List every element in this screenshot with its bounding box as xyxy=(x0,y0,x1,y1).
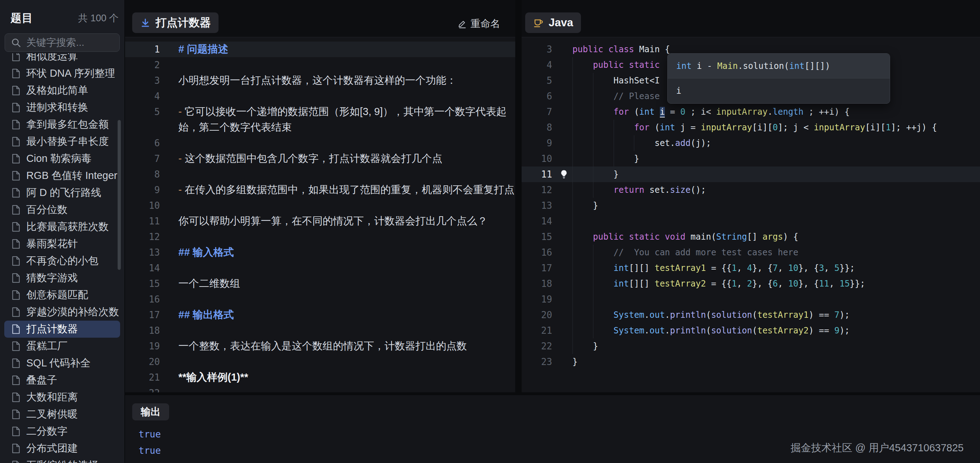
line-text: 一个二维数组 xyxy=(178,277,240,291)
output-tab[interactable]: 输出 xyxy=(132,403,169,420)
indent-guide xyxy=(614,151,614,166)
line-number: 17 xyxy=(125,309,160,320)
line-code: public class Main { xyxy=(573,44,670,54)
sidebar-item[interactable]: 二分数字 xyxy=(4,423,120,440)
sidebar-item[interactable]: 环状 DNA 序列整理 xyxy=(4,65,120,82)
indent-guide xyxy=(573,198,573,213)
sidebar-item-label: 二分数字 xyxy=(26,424,67,439)
code-line[interactable]: 10 } xyxy=(522,151,980,166)
code-line[interactable]: 15 public static void main(String[] args… xyxy=(522,229,980,245)
sidebar-item[interactable]: 大数和距离 xyxy=(4,389,120,406)
markdown-line[interactable]: 4 xyxy=(125,89,515,104)
sidebar-item[interactable]: 打点计数器 xyxy=(4,320,120,338)
line-code: } xyxy=(573,357,578,367)
line-number: 10 xyxy=(125,200,160,211)
code-line[interactable]: 12 return set.size(); xyxy=(522,182,980,198)
markdown-line[interactable]: 8 xyxy=(125,166,515,182)
line-number: 14 xyxy=(522,216,552,227)
markdown-line[interactable]: 6 xyxy=(125,135,515,151)
sidebar-item-label: 暴雨梨花针 xyxy=(26,237,78,251)
line-code: int[][] testArray2 = {{1, 2}, {6, 10}, {… xyxy=(573,279,865,289)
markdown-line[interactable]: 2 xyxy=(125,57,515,73)
code-line[interactable]: 11 } xyxy=(522,166,980,182)
sidebar-item[interactable]: 最小替换子串长度 xyxy=(4,133,120,150)
sidebar-item[interactable]: 比赛最高获胜次数 xyxy=(4,218,120,235)
code-line[interactable]: 7 for (int i = 0 ; i< inputArray.length … xyxy=(522,104,980,120)
problem-editor[interactable]: 1 # 问题描述 2 3 小明想发明一台打点计数器，这个计数器有这样的一个功能：… xyxy=(125,37,515,392)
code-line[interactable]: 9 set.add(j); xyxy=(522,135,980,151)
line-code: for (int j = inputArray[i][0]; j < input… xyxy=(573,122,937,132)
markdown-line[interactable]: 11 你可以帮助小明算一算，在不同的情况下，计数器会打出几个点么？ xyxy=(125,213,515,229)
problem-tab[interactable]: 打点计数器 xyxy=(132,13,218,33)
markdown-line[interactable]: 5 - 它可以接收一个递增的数据范围（形如[3, 9]），其中第一个数字代表起 xyxy=(125,104,515,120)
code-line[interactable]: 14 xyxy=(522,213,980,229)
code-line[interactable]: 18 int[][] testArray2 = {{1, 2}, {6, 10}… xyxy=(522,276,980,292)
line-number: 5 xyxy=(125,106,160,117)
markdown-line[interactable]: 12 xyxy=(125,229,515,245)
lightbulb-icon[interactable] xyxy=(558,169,569,180)
sidebar-item[interactable]: 穿越沙漠的补给次数 xyxy=(4,304,120,320)
markdown-line[interactable]: 16 xyxy=(125,292,515,307)
line-number: 7 xyxy=(125,154,160,164)
indent-guide xyxy=(593,104,593,120)
code-line[interactable]: 20 System.out.println(solution(testArray… xyxy=(522,307,980,323)
markdown-line[interactable]: 3 小明想发明一台打点计数器，这个计数器有这样的一个功能： xyxy=(125,73,515,89)
line-number: 12 xyxy=(125,232,160,242)
sidebar-item[interactable]: 蛋糕工厂 xyxy=(4,338,120,355)
markdown-line[interactable]: 始，第二个数字代表结束 xyxy=(125,120,515,135)
sidebar-item[interactable]: 五彩缤纷的选择 xyxy=(4,457,120,463)
markdown-line[interactable]: 7 - 这个数据范围中包含几个数字，打点计数器就会打几个点 xyxy=(125,151,515,166)
sidebar-scrollbar[interactable] xyxy=(118,120,121,270)
sidebar-item-label: Cion 勒索病毒 xyxy=(26,152,92,166)
sidebar-item[interactable]: 阿 D 的飞行路线 xyxy=(4,184,120,201)
markdown-line[interactable]: 15 一个二维数组 xyxy=(125,276,515,292)
line-code: } xyxy=(573,154,639,164)
sidebar-item[interactable]: 叠盘子 xyxy=(4,372,120,389)
code-line[interactable]: 23 } xyxy=(522,354,980,369)
sidebar-item[interactable]: 分布式团建 xyxy=(4,440,120,457)
markdown-line[interactable]: 22 xyxy=(125,385,515,392)
markdown-line[interactable]: 10 xyxy=(125,198,515,213)
sidebar-item-label: 拿到最多红包金额 xyxy=(26,117,109,132)
line-text: 始，第二个数字代表结束 xyxy=(178,121,292,135)
markdown-line[interactable]: 18 xyxy=(125,323,515,338)
indent-guide xyxy=(593,135,593,151)
line-text: # 问题描述 xyxy=(178,42,228,57)
search-box[interactable] xyxy=(5,33,120,52)
rename-button[interactable]: 重命名 xyxy=(458,17,500,30)
sidebar-item[interactable]: 不再贪心的小包 xyxy=(4,252,120,270)
sidebar-item[interactable]: 进制求和转换 xyxy=(4,99,120,116)
sidebar-item[interactable]: 暴雨梨花针 xyxy=(4,235,120,252)
markdown-line[interactable]: 13 ## 输入格式 xyxy=(125,245,515,260)
markdown-line[interactable]: 9 - 在传入的多组数据范围中，如果出现了范围的重复，机器则不会重复打点 xyxy=(125,182,515,198)
code-line[interactable]: 17 int[][] testArray1 = {{1, 4}, {7, 10}… xyxy=(522,260,980,276)
line-code: // Please xyxy=(573,91,660,101)
sidebar-item[interactable]: 二叉树供暖 xyxy=(4,406,120,423)
markdown-line[interactable]: 19 一个整数，表达在输入是这个数组的情况下，计数器打出的点数 xyxy=(125,338,515,354)
code-line[interactable]: 13 } xyxy=(522,198,980,213)
code-line[interactable]: 19 xyxy=(522,292,980,307)
sidebar-item-label: 不再贪心的小包 xyxy=(26,254,99,268)
document-icon xyxy=(12,307,20,317)
code-line[interactable]: 21 System.out.println(solution(testArray… xyxy=(522,323,980,338)
markdown-line[interactable]: 1 # 问题描述 xyxy=(125,41,515,57)
markdown-line[interactable]: 20 xyxy=(125,354,515,369)
code-line[interactable]: 22 } xyxy=(522,338,980,354)
code-line[interactable]: 16 // You can add more test cases here xyxy=(522,245,980,260)
sidebar-item[interactable]: 及格如此简单 xyxy=(4,82,120,99)
sidebar-item[interactable]: RGB 色值转 Integer xyxy=(4,167,120,184)
markdown-line[interactable]: 14 xyxy=(125,260,515,276)
code-line[interactable]: 8 for (int j = inputArray[i][0]; j < inp… xyxy=(522,120,980,135)
sidebar-item[interactable]: SQL 代码补全 xyxy=(4,355,120,372)
sidebar-item[interactable]: Cion 勒索病毒 xyxy=(4,150,120,167)
sidebar-item[interactable]: 猜数字游戏 xyxy=(4,270,120,287)
sidebar-item[interactable]: 创意标题匹配 xyxy=(4,287,120,304)
sidebar-item[interactable]: 拿到最多红包金额 xyxy=(4,116,120,133)
line-number: 3 xyxy=(522,44,552,55)
java-tab[interactable]: Java xyxy=(525,13,581,33)
sidebar-item[interactable]: 相似度运算 xyxy=(4,53,120,65)
markdown-line[interactable]: 21 **输入样例(1)** xyxy=(125,369,515,385)
line-text: **输入样例(1)** xyxy=(178,370,248,385)
sidebar-item[interactable]: 百分位数 xyxy=(4,201,120,218)
markdown-line[interactable]: 17 ## 输出格式 xyxy=(125,307,515,323)
